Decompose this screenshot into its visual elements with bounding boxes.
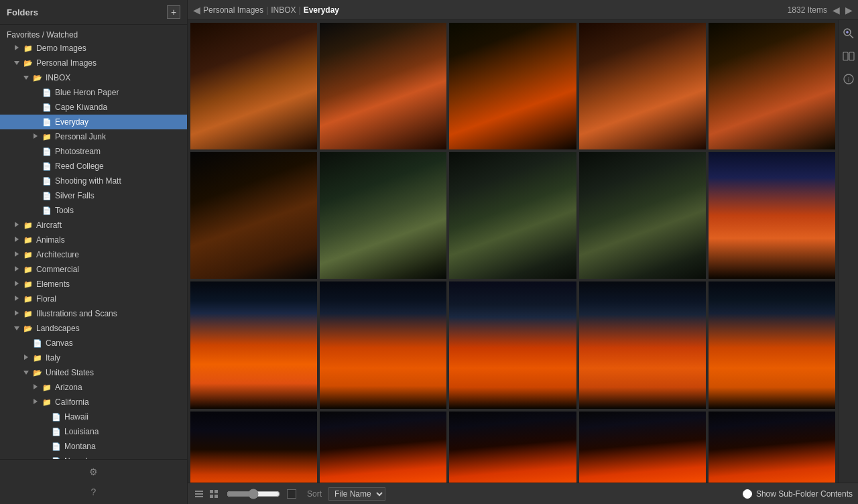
sidebar-title: Folders <box>7 7 38 17</box>
svg-rect-14 <box>210 495 213 498</box>
sidebar-item-hawaii[interactable]: 📄 Hawaii <box>0 410 187 424</box>
sidebar-item-silver-falls[interactable]: 📄 Silver Falls <box>0 188 187 203</box>
item-count-text: 1832 Items <box>788 5 827 15</box>
breadcrumb-inbox[interactable]: INBOX <box>271 5 296 15</box>
photo-cell[interactable] <box>190 23 317 149</box>
subfolder-radio[interactable] <box>743 489 752 499</box>
sidebar-item-shooting-with-matt[interactable]: 📄 Shooting with Matt <box>0 174 187 188</box>
svg-rect-13 <box>214 490 218 493</box>
sidebar-item-everyday[interactable]: 📄 Everyday <box>0 115 187 129</box>
breadcrumb-personal-images[interactable]: Personal Images <box>203 5 263 15</box>
photo-cell[interactable] <box>579 152 706 279</box>
photo-cell[interactable] <box>320 23 446 149</box>
sidebar-item-architecture[interactable]: 📁 Architecture <box>0 247 187 262</box>
sidebar-item-landscapes[interactable]: 📂 Landscapes <box>0 321 187 336</box>
right-icons-panel: i <box>838 20 858 483</box>
sidebar-item-tools[interactable]: 📄 Tools <box>0 203 187 218</box>
favorites-label: Favorites / Watched <box>0 27 187 41</box>
sidebar: Folders + Favorites / Watched 📁 Demo Ima… <box>0 0 188 504</box>
add-folder-button[interactable]: + <box>167 5 180 19</box>
nav-prev-button[interactable]: ◀ <box>833 5 840 15</box>
sidebar-item-floral[interactable]: 📁 Floral <box>0 292 187 306</box>
compare-icon[interactable] <box>841 48 857 64</box>
photo-cell[interactable] <box>709 412 835 483</box>
top-bar: ◀ Personal Images | INBOX | Everyday 183… <box>188 0 858 20</box>
photo-cell[interactable] <box>449 23 576 149</box>
photo-cell[interactable] <box>449 412 576 483</box>
photo-cell[interactable] <box>320 412 446 483</box>
list-view-button[interactable] <box>193 488 205 500</box>
sidebar-item-nevada[interactable]: 📄 Nevada <box>0 454 187 459</box>
sidebar-item-commercial[interactable]: 📁 Commercial <box>0 262 187 277</box>
sidebar-item-illustrations-scans[interactable]: 📁 Illustrations and Scans <box>0 306 187 321</box>
svg-rect-10 <box>195 493 203 495</box>
photo-cell[interactable] <box>449 281 576 408</box>
sidebar-item-animals[interactable]: 📁 Animals <box>0 233 187 247</box>
sidebar-tree: Favorites / Watched 📁 Demo Images 📂 Pers… <box>0 25 187 459</box>
subfolder-row: Show Sub-Folder Contents <box>743 489 853 499</box>
sidebar-item-california[interactable]: 📁 California <box>0 395 187 410</box>
grid-icon-group <box>193 488 220 500</box>
photo-cell[interactable] <box>579 281 706 408</box>
photo-cell[interactable] <box>320 152 446 279</box>
sidebar-bottom-icons: ⚙ ? <box>0 459 187 504</box>
sidebar-item-arizona[interactable]: 📁 Arizona <box>0 380 187 395</box>
sidebar-item-photostream[interactable]: 📄 Photostream <box>0 144 187 159</box>
checkbox-item[interactable] <box>287 489 296 499</box>
subfolder-label: Show Sub-Folder Contents <box>756 489 853 499</box>
photo-area <box>188 20 838 483</box>
sidebar-item-personal-images[interactable]: 📂 Personal Images <box>0 56 187 70</box>
svg-rect-15 <box>214 495 218 498</box>
sidebar-item-canvas[interactable]: 📄 Canvas <box>0 336 187 351</box>
photo-grid <box>190 23 835 483</box>
back-button[interactable]: ◀ <box>193 5 200 15</box>
svg-rect-12 <box>210 490 213 493</box>
photo-cell[interactable] <box>579 412 706 483</box>
sidebar-item-blue-heron-paper[interactable]: 📄 Blue Heron Paper <box>0 85 187 100</box>
sidebar-item-italy[interactable]: 📁 Italy <box>0 351 187 365</box>
svg-rect-5 <box>849 52 854 60</box>
sidebar-item-personal-junk[interactable]: 📁 Personal Junk <box>0 129 187 144</box>
sidebar-item-reed-college[interactable]: 📄 Reed College <box>0 159 187 174</box>
question-icon[interactable]: ? <box>86 484 102 500</box>
sidebar-item-aircraft[interactable]: 📁 Aircraft <box>0 218 187 233</box>
svg-rect-9 <box>195 491 203 492</box>
svg-line-1 <box>850 35 853 38</box>
breadcrumb: ◀ Personal Images | INBOX | Everyday <box>193 5 339 15</box>
sidebar-item-inbox[interactable]: 📂 INBOX <box>0 70 187 85</box>
gear-icon[interactable]: ⚙ <box>86 464 102 480</box>
info-icon[interactable]: i <box>841 71 857 87</box>
sort-select[interactable]: File Name Date Size Rating <box>328 487 385 501</box>
photo-cell[interactable] <box>709 23 835 149</box>
zoom-enhance-icon[interactable] <box>841 25 857 42</box>
grid-view-button[interactable] <box>208 488 220 500</box>
svg-rect-11 <box>195 496 203 497</box>
nav-next-button[interactable]: ▶ <box>845 5 853 15</box>
bottom-bar: Sort File Name Date Size Rating Show Sub… <box>188 483 858 504</box>
breadcrumb-everyday[interactable]: Everyday <box>304 5 339 15</box>
sort-label: Sort <box>307 489 322 499</box>
sidebar-item-elements[interactable]: 📁 Elements <box>0 277 187 292</box>
sidebar-item-united-states[interactable]: 📂 United States <box>0 365 187 380</box>
photo-cell[interactable] <box>449 152 576 279</box>
photo-cell[interactable] <box>190 412 317 483</box>
sidebar-item-louisiana[interactable]: 📄 Louisiana <box>0 424 187 439</box>
item-count-area: 1832 Items ◀ ▶ <box>788 5 853 15</box>
svg-text:i: i <box>848 76 849 83</box>
main-panel: ◀ Personal Images | INBOX | Everyday 183… <box>188 0 858 504</box>
photo-cell[interactable] <box>709 281 835 408</box>
photo-cell[interactable] <box>320 281 446 408</box>
sidebar-item-cape-kiwanda[interactable]: 📄 Cape Kiwanda <box>0 100 187 115</box>
size-slider[interactable] <box>227 489 280 499</box>
svg-rect-4 <box>843 52 848 60</box>
photo-cell[interactable] <box>709 152 835 279</box>
photo-cell[interactable] <box>190 152 317 279</box>
photo-cell[interactable] <box>579 23 706 149</box>
photo-cell[interactable] <box>190 281 317 408</box>
sidebar-item-montana[interactable]: 📄 Montana <box>0 439 187 454</box>
sidebar-header: Folders + <box>0 0 187 25</box>
sidebar-item-demo-images[interactable]: 📁 Demo Images <box>0 41 187 56</box>
